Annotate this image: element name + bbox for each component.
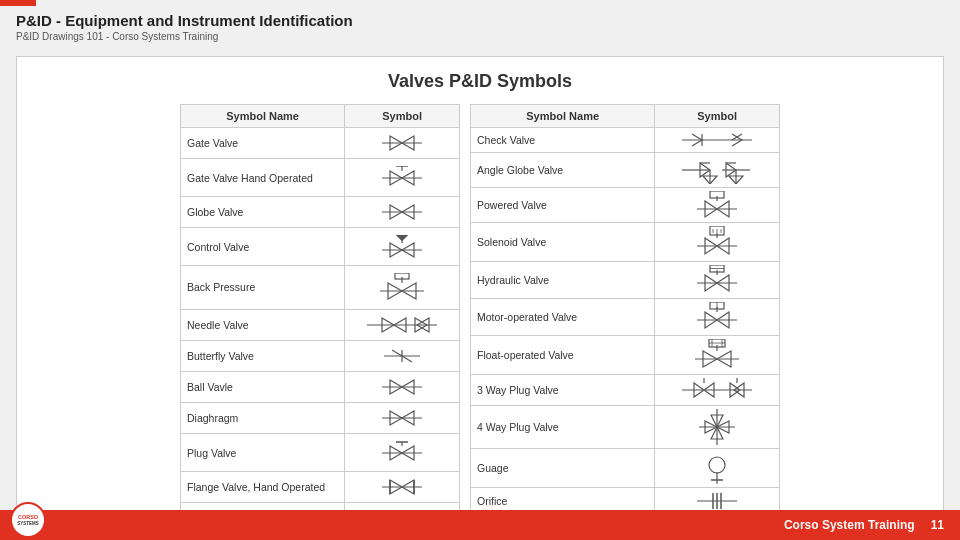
valve-name: Motor-operated Valve xyxy=(471,299,655,336)
valve-symbol xyxy=(655,375,780,406)
left-table: Symbol Name Symbol Gate Valve xyxy=(180,104,460,526)
table-row: 3 Way Plug Valve xyxy=(471,375,780,406)
table-row: Float-operated Valve xyxy=(471,336,780,375)
footer-page: 11 xyxy=(931,518,944,532)
valve-symbol xyxy=(655,188,780,223)
table-row: Control Valve xyxy=(181,228,460,266)
right-header-name: Symbol Name xyxy=(471,105,655,128)
valve-name: Butterfly Valve xyxy=(181,340,345,371)
left-header-symbol: Symbol xyxy=(345,105,460,128)
table-row: Needle Valve xyxy=(181,309,460,340)
valve-symbol xyxy=(345,128,460,159)
valve-name: Gate Valve Hand Operated xyxy=(181,159,345,197)
valve-symbol xyxy=(345,197,460,228)
table-row: Powered Valve xyxy=(471,188,780,223)
valve-symbol xyxy=(345,472,460,503)
valve-name: Ball Vavle xyxy=(181,371,345,402)
right-table: Symbol Name Symbol Check Valve xyxy=(470,104,780,526)
valve-symbol xyxy=(345,433,460,471)
valve-name: 3 Way Plug Valve xyxy=(471,375,655,406)
table-row: Gate Valve xyxy=(181,128,460,159)
page-title: P&ID - Equipment and Instrument Identifi… xyxy=(16,12,944,29)
table-row: Guage xyxy=(471,449,780,488)
valve-name: Angle Globe Valve xyxy=(471,153,655,188)
valve-name: 4 Way Plug Valve xyxy=(471,406,655,449)
valve-symbol xyxy=(345,228,460,266)
logo-line1: CORSO xyxy=(18,514,38,521)
valve-symbol xyxy=(655,336,780,375)
valve-symbol xyxy=(345,309,460,340)
table-row: Gate Valve Hand Operated xyxy=(181,159,460,197)
valve-name: Flange Valve, Hand Operated xyxy=(181,472,345,503)
valve-name: Plug Valve xyxy=(181,433,345,471)
table-row: Butterfly Valve xyxy=(181,340,460,371)
valve-name: Gate Valve xyxy=(181,128,345,159)
valve-name: Back Pressure xyxy=(181,266,345,309)
svg-point-109 xyxy=(709,457,725,473)
valve-name: Powered Valve xyxy=(471,188,655,223)
valve-name: Check Valve xyxy=(471,128,655,153)
valve-symbol xyxy=(655,406,780,449)
valve-name: Needle Valve xyxy=(181,309,345,340)
valve-name: Solenoid Valve xyxy=(471,223,655,262)
valve-name: Float-operated Valve xyxy=(471,336,655,375)
company-logo: CORSO SYSTEMS xyxy=(10,502,46,538)
valve-symbol xyxy=(345,159,460,197)
valve-name: Guage xyxy=(471,449,655,488)
right-header-symbol: Symbol xyxy=(655,105,780,128)
valve-name: Globe Valve xyxy=(181,197,345,228)
logo-line2: SYSTEMS xyxy=(17,521,39,526)
valve-symbol xyxy=(655,128,780,153)
table-row: Angle Globe Valve xyxy=(471,153,780,188)
table-row: Solenoid Valve xyxy=(471,223,780,262)
valve-symbol xyxy=(655,153,780,188)
page-subtitle: P&ID Drawings 101 - Corso Systems Traini… xyxy=(16,31,944,42)
table-row: Back Pressure xyxy=(181,266,460,309)
valve-symbol xyxy=(655,262,780,299)
table-row: Plug Valve xyxy=(181,433,460,471)
valve-symbol xyxy=(655,223,780,262)
valve-symbol xyxy=(345,266,460,309)
svg-marker-15 xyxy=(396,235,408,241)
table-row: 4 Way Plug Valve xyxy=(471,406,780,449)
valve-name: Diaghragm xyxy=(181,402,345,433)
table-row: Ball Vavle xyxy=(181,371,460,402)
left-header-name: Symbol Name xyxy=(181,105,345,128)
footer-company: Corso System Training xyxy=(784,518,915,532)
valve-symbol xyxy=(655,299,780,336)
tables-container: Symbol Name Symbol Gate Valve xyxy=(37,104,923,526)
slide-title: Valves P&ID Symbols xyxy=(37,71,923,92)
table-row: Check Valve xyxy=(471,128,780,153)
table-row: Hydraulic Valve xyxy=(471,262,780,299)
table-row: Diaghragm xyxy=(181,402,460,433)
valve-name: Control Valve xyxy=(181,228,345,266)
table-row: Flange Valve, Hand Operated xyxy=(181,472,460,503)
valve-symbol xyxy=(345,402,460,433)
table-row: Globe Valve xyxy=(181,197,460,228)
valve-name: Hydraulic Valve xyxy=(471,262,655,299)
valve-symbol xyxy=(345,371,460,402)
valve-symbol xyxy=(345,340,460,371)
valve-symbol xyxy=(655,449,780,488)
table-row: Motor-operated Valve xyxy=(471,299,780,336)
